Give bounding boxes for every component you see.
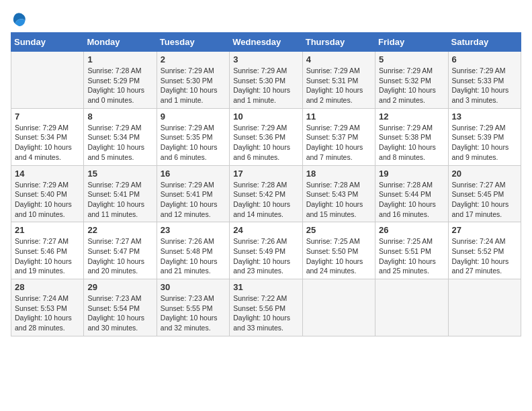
day-number: 3 (233, 54, 298, 64)
calendar-cell: 23Sunrise: 7:26 AM Sunset: 5:48 PM Dayli… (157, 222, 229, 279)
day-info: Sunrise: 7:28 AM Sunset: 5:42 PM Dayligh… (233, 180, 298, 220)
day-info: Sunrise: 7:29 AM Sunset: 5:31 PM Dayligh… (306, 66, 371, 105)
calendar-week-3: 14Sunrise: 7:29 AM Sunset: 5:40 PM Dayli… (11, 165, 521, 222)
day-number: 20 (452, 169, 517, 179)
calendar-cell: 13Sunrise: 7:29 AM Sunset: 5:39 PM Dayli… (448, 108, 521, 165)
day-info: Sunrise: 7:29 AM Sunset: 5:41 PM Dayligh… (87, 180, 152, 220)
calendar-cell: 25Sunrise: 7:25 AM Sunset: 5:50 PM Dayli… (302, 222, 375, 279)
calendar-cell: 5Sunrise: 7:29 AM Sunset: 5:32 PM Daylig… (375, 52, 448, 109)
calendar-cell (11, 52, 84, 109)
calendar-week-4: 21Sunrise: 7:27 AM Sunset: 5:46 PM Dayli… (11, 222, 521, 279)
calendar-cell: 10Sunrise: 7:29 AM Sunset: 5:36 PM Dayli… (230, 108, 302, 165)
day-number: 13 (452, 111, 517, 122)
calendar-cell: 6Sunrise: 7:29 AM Sunset: 5:33 PM Daylig… (448, 52, 521, 109)
calendar-cell: 18Sunrise: 7:28 AM Sunset: 5:43 PM Dayli… (302, 165, 375, 222)
day-info: Sunrise: 7:29 AM Sunset: 5:41 PM Dayligh… (161, 180, 226, 220)
day-info: Sunrise: 7:29 AM Sunset: 5:39 PM Dayligh… (452, 123, 517, 163)
day-number: 4 (306, 54, 371, 64)
day-number: 10 (233, 111, 298, 122)
day-number: 16 (161, 169, 226, 179)
day-number: 21 (15, 225, 80, 235)
calendar-cell: 29Sunrise: 7:23 AM Sunset: 5:54 PM Dayli… (84, 279, 157, 336)
day-info: Sunrise: 7:24 AM Sunset: 5:53 PM Dayligh… (15, 293, 80, 333)
calendar-cell: 27Sunrise: 7:24 AM Sunset: 5:52 PM Dayli… (448, 222, 521, 279)
day-info: Sunrise: 7:28 AM Sunset: 5:43 PM Dayligh… (306, 180, 371, 220)
calendar-cell: 31Sunrise: 7:22 AM Sunset: 5:56 PM Dayli… (230, 279, 302, 336)
day-info: Sunrise: 7:29 AM Sunset: 5:34 PM Dayligh… (15, 123, 80, 163)
day-number: 29 (87, 282, 152, 292)
calendar-cell: 15Sunrise: 7:29 AM Sunset: 5:41 PM Dayli… (84, 165, 157, 222)
calendar-cell (448, 279, 521, 336)
day-number: 5 (379, 54, 444, 64)
calendar-cell (375, 279, 448, 336)
calendar-cell: 4Sunrise: 7:29 AM Sunset: 5:31 PM Daylig… (302, 52, 375, 109)
day-number: 27 (452, 225, 517, 235)
calendar-week-2: 7Sunrise: 7:29 AM Sunset: 5:34 PM Daylig… (11, 108, 521, 165)
calendar-cell: 14Sunrise: 7:29 AM Sunset: 5:40 PM Dayli… (11, 165, 84, 222)
calendar-cell: 26Sunrise: 7:25 AM Sunset: 5:51 PM Dayli… (375, 222, 448, 279)
day-number: 2 (161, 54, 226, 64)
calendar-cell: 19Sunrise: 7:28 AM Sunset: 5:44 PM Dayli… (375, 165, 448, 222)
calendar-cell: 22Sunrise: 7:27 AM Sunset: 5:47 PM Dayli… (84, 222, 157, 279)
calendar-cell: 3Sunrise: 7:29 AM Sunset: 5:30 PM Daylig… (230, 52, 302, 109)
day-info: Sunrise: 7:23 AM Sunset: 5:54 PM Dayligh… (87, 293, 152, 333)
day-number: 14 (15, 169, 80, 179)
logo (11, 11, 30, 27)
day-number: 25 (306, 225, 371, 235)
day-number: 26 (379, 225, 444, 235)
calendar-body: 1Sunrise: 7:28 AM Sunset: 5:29 PM Daylig… (11, 52, 521, 336)
day-info: Sunrise: 7:25 AM Sunset: 5:50 PM Dayligh… (306, 236, 371, 276)
day-info: Sunrise: 7:23 AM Sunset: 5:55 PM Dayligh… (161, 293, 226, 333)
day-number: 8 (87, 111, 152, 122)
day-number: 18 (306, 169, 371, 179)
calendar-cell: 17Sunrise: 7:28 AM Sunset: 5:42 PM Dayli… (230, 165, 302, 222)
calendar-table: SundayMondayTuesdayWednesdayThursdayFrid… (11, 32, 521, 336)
day-number: 7 (15, 111, 80, 122)
day-info: Sunrise: 7:26 AM Sunset: 5:48 PM Dayligh… (161, 236, 226, 276)
day-number: 6 (452, 54, 517, 64)
day-info: Sunrise: 7:29 AM Sunset: 5:36 PM Dayligh… (233, 123, 298, 163)
calendar-header-sunday: Sunday (11, 33, 84, 52)
calendar-week-5: 28Sunrise: 7:24 AM Sunset: 5:53 PM Dayli… (11, 279, 521, 336)
calendar-cell: 12Sunrise: 7:29 AM Sunset: 5:38 PM Dayli… (375, 108, 448, 165)
calendar-cell: 1Sunrise: 7:28 AM Sunset: 5:29 PM Daylig… (84, 52, 157, 109)
calendar-week-1: 1Sunrise: 7:28 AM Sunset: 5:29 PM Daylig… (11, 52, 521, 109)
day-info: Sunrise: 7:28 AM Sunset: 5:29 PM Dayligh… (87, 66, 152, 105)
day-number: 9 (161, 111, 226, 122)
day-number: 28 (15, 282, 80, 292)
day-info: Sunrise: 7:22 AM Sunset: 5:56 PM Dayligh… (233, 293, 298, 333)
day-info: Sunrise: 7:27 AM Sunset: 5:45 PM Dayligh… (452, 180, 517, 220)
day-info: Sunrise: 7:26 AM Sunset: 5:49 PM Dayligh… (233, 236, 298, 276)
day-info: Sunrise: 7:27 AM Sunset: 5:46 PM Dayligh… (15, 236, 80, 276)
calendar-cell (302, 279, 375, 336)
day-info: Sunrise: 7:29 AM Sunset: 5:40 PM Dayligh… (15, 180, 80, 220)
calendar-header-thursday: Thursday (302, 33, 375, 52)
day-number: 24 (233, 225, 298, 235)
day-info: Sunrise: 7:25 AM Sunset: 5:51 PM Dayligh… (379, 236, 444, 276)
page-header (11, 11, 521, 27)
day-number: 11 (306, 111, 371, 122)
day-info: Sunrise: 7:29 AM Sunset: 5:33 PM Dayligh… (452, 66, 517, 105)
logo-icon (11, 11, 27, 27)
calendar-cell: 30Sunrise: 7:23 AM Sunset: 5:55 PM Dayli… (157, 279, 229, 336)
day-info: Sunrise: 7:29 AM Sunset: 5:37 PM Dayligh… (306, 123, 371, 163)
calendar-cell: 9Sunrise: 7:29 AM Sunset: 5:35 PM Daylig… (157, 108, 229, 165)
calendar-header-tuesday: Tuesday (157, 33, 229, 52)
calendar-header-monday: Monday (84, 33, 157, 52)
calendar-cell: 21Sunrise: 7:27 AM Sunset: 5:46 PM Dayli… (11, 222, 84, 279)
day-number: 1 (87, 54, 152, 64)
calendar-header-saturday: Saturday (448, 33, 521, 52)
day-info: Sunrise: 7:29 AM Sunset: 5:38 PM Dayligh… (379, 123, 444, 163)
day-number: 15 (87, 169, 152, 179)
day-number: 23 (161, 225, 226, 235)
calendar-cell: 7Sunrise: 7:29 AM Sunset: 5:34 PM Daylig… (11, 108, 84, 165)
day-info: Sunrise: 7:28 AM Sunset: 5:44 PM Dayligh… (379, 180, 444, 220)
day-number: 22 (87, 225, 152, 235)
day-number: 30 (161, 282, 226, 292)
calendar-cell: 8Sunrise: 7:29 AM Sunset: 5:34 PM Daylig… (84, 108, 157, 165)
day-info: Sunrise: 7:29 AM Sunset: 5:30 PM Dayligh… (161, 66, 226, 105)
day-number: 17 (233, 169, 298, 179)
calendar-cell: 20Sunrise: 7:27 AM Sunset: 5:45 PM Dayli… (448, 165, 521, 222)
day-number: 31 (233, 282, 298, 292)
day-info: Sunrise: 7:29 AM Sunset: 5:30 PM Dayligh… (233, 66, 298, 105)
